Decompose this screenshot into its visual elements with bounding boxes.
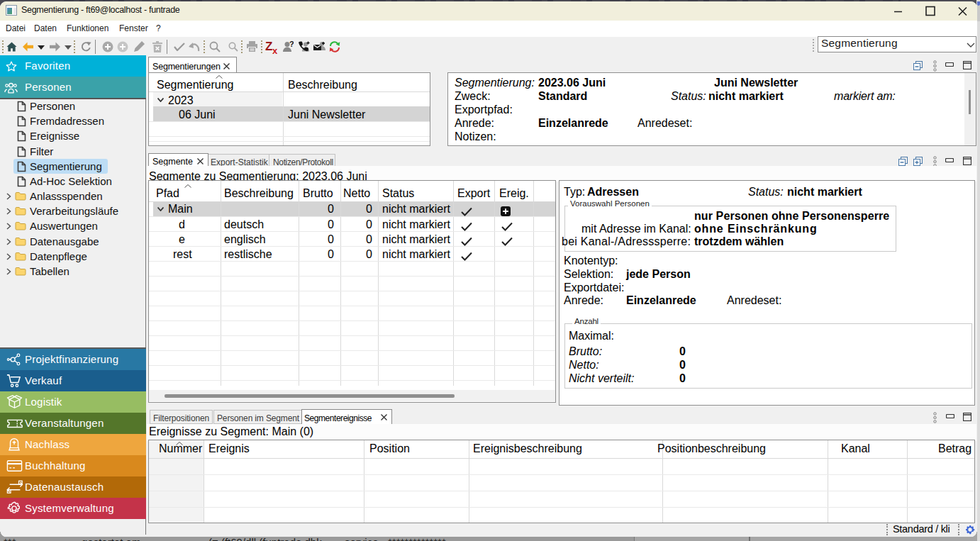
svg-text:?: ? — [289, 41, 294, 48]
